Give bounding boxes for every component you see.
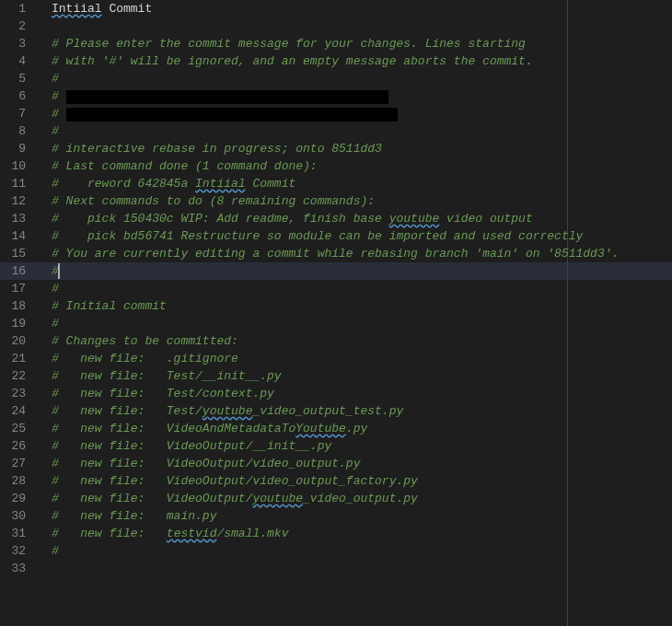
text-segment: _video_output_test.py [252,404,403,418]
text-segment: # with '#' will be ignored, and an empty… [52,54,533,68]
line-number: 1 [0,0,37,17]
editor-line[interactable]: 20# Changes to be committed: [0,332,672,350]
editor-line[interactable]: 19# [0,315,672,332]
text-segment: # Last command done (1 command done): [52,159,318,173]
line-content[interactable]: # Initial commit [37,297,672,315]
editor-line[interactable]: 3# Please enter the commit message for y… [0,35,672,52]
line-number: 31 [0,525,37,542]
editor-line[interactable]: 1Intiial Commit [0,0,672,17]
text-segment: Commit [102,2,153,16]
editor-line[interactable]: 13# pick 150430c WIP: Add readme, finish… [0,210,672,227]
code-editor[interactable]: 1Intiial Commit23# Please enter the comm… [0,0,672,626]
editor-line[interactable]: 12# Next commands to do (8 remaining com… [0,192,672,210]
spell-warning: Youtube [295,422,346,435]
line-number: 17 [0,280,37,297]
text-segment: .py [346,422,367,435]
line-content[interactable]: # new file: VideoOutput/youtube_video_ou… [37,490,672,507]
text-segment: # new file: VideoAndMetadataTo [52,422,295,435]
line-content[interactable]: # [37,280,672,297]
text-segment: # [52,317,59,330]
editor-line[interactable]: 14# pick bd56741 Restructure so module c… [0,227,672,245]
editor-line[interactable]: 27# new file: VideoOutput/video_output.p… [0,455,672,472]
editor-line[interactable]: 18# Initial commit [0,297,672,315]
editor-line[interactable]: 30# new file: main.py [0,507,672,525]
editor-line[interactable]: 26# new file: VideoOutput/__init__.py [0,437,672,455]
line-number: 22 [0,367,37,385]
editor-lines[interactable]: 1Intiial Commit23# Please enter the comm… [0,0,672,577]
editor-line[interactable]: 7# [0,105,672,122]
text-segment: # [52,124,59,138]
line-content[interactable]: # interactive rebase in progress; onto 8… [37,140,672,157]
line-content[interactable]: # Changes to be committed: [37,332,672,350]
editor-line[interactable]: 5# [0,70,672,87]
text-segment: # new file: Test/context.py [52,387,274,400]
editor-line[interactable]: 11# reword 642845a Intiial Commit [0,175,672,192]
editor-line[interactable]: 31# new file: testvid/small.mkv [0,525,672,542]
line-content[interactable] [37,560,672,577]
line-number: 14 [0,227,37,245]
line-content[interactable]: # new file: VideoOutput/video_output_fac… [37,472,672,490]
line-content[interactable]: # You are currently editing a commit whi… [37,245,672,262]
line-content[interactable]: # reword 642845a Intiial Commit [37,175,672,192]
editor-line[interactable]: 25# new file: VideoAndMetadataToYoutube.… [0,420,672,437]
line-content[interactable]: # new file: Test/__init__.py [37,367,672,385]
text-segment: Commit [246,177,296,191]
editor-line[interactable]: 15# You are currently editing a commit w… [0,245,672,262]
line-content[interactable]: # [37,262,672,280]
line-content[interactable]: # new file: Test/youtube_video_output_te… [37,402,672,420]
editor-line[interactable]: 22# new file: Test/__init__.py [0,367,672,385]
line-content[interactable]: # pick 150430c WIP: Add readme, finish b… [37,210,672,227]
editor-line[interactable]: 23# new file: Test/context.py [0,385,672,402]
text-segment: # pick bd56741 Restructure so module can… [52,229,583,243]
line-content[interactable]: # [37,542,672,560]
line-number: 16 [0,262,37,280]
text-segment: # new file: Test/__init__.py [52,369,282,383]
text-segment: # [52,107,66,121]
line-content[interactable]: # new file: VideoOutput/__init__.py [37,437,672,455]
editor-line[interactable]: 33 [0,560,672,577]
line-content[interactable]: # Next commands to do (8 remaining comma… [37,192,672,210]
line-number: 2 [0,17,37,35]
editor-line[interactable]: 2 [0,17,672,35]
editor-line[interactable]: 17# [0,280,672,297]
line-content[interactable]: # Please enter the commit message for yo… [37,35,672,52]
line-content[interactable]: # [37,70,672,87]
editor-line[interactable]: 8# [0,122,672,140]
line-content[interactable]: # pick bd56741 Restructure so module can… [37,227,672,245]
editor-line[interactable]: 24# new file: Test/youtube_video_output_… [0,402,672,420]
text-segment: # new file: VideoOutput/video_output.py [52,457,360,470]
line-number: 10 [0,157,37,175]
editor-line[interactable]: 28# new file: VideoOutput/video_output_f… [0,472,672,490]
editor-line[interactable]: 6# [0,87,672,105]
editor-line[interactable]: 21# new file: .gitignore [0,350,672,367]
line-content[interactable]: # Last command done (1 command done): [37,157,672,175]
editor-line[interactable]: 32# [0,542,672,560]
text-segment: # [52,282,59,296]
editor-line[interactable]: 4# with '#' will be ignored, and an empt… [0,52,672,70]
line-content[interactable]: Intiial Commit [37,0,672,17]
text-segment: # interactive rebase in progress; onto 8… [52,142,382,156]
line-content[interactable]: # new file: Test/context.py [37,385,672,402]
line-content[interactable] [37,17,672,35]
line-content[interactable]: # [37,105,672,122]
line-content[interactable]: # new file: testvid/small.mkv [37,525,672,542]
editor-line[interactable]: 10# Last command done (1 command done): [0,157,672,175]
editor-line[interactable]: 16# [0,262,672,280]
line-content[interactable]: # [37,122,672,140]
line-content[interactable]: # with '#' will be ignored, and an empty… [37,52,672,70]
line-content[interactable]: # new file: VideoAndMetadataToYoutube.py [37,420,672,437]
text-segment: # [52,544,59,558]
line-content[interactable]: # new file: VideoOutput/video_output.py [37,455,672,472]
editor-line[interactable]: 29# new file: VideoOutput/youtube_video_… [0,490,672,507]
line-number: 33 [0,560,37,577]
line-number: 7 [0,105,37,122]
line-content[interactable]: # new file: .gitignore [37,350,672,367]
spell-warning: Intiial [52,2,102,16]
line-content[interactable]: # [37,87,672,105]
line-content[interactable]: # new file: main.py [37,507,672,525]
line-number: 4 [0,52,37,70]
line-content[interactable]: # [37,315,672,332]
text-segment: # You are currently editing a commit whi… [52,247,619,261]
line-number: 19 [0,315,37,332]
editor-line[interactable]: 9# interactive rebase in progress; onto … [0,140,672,157]
